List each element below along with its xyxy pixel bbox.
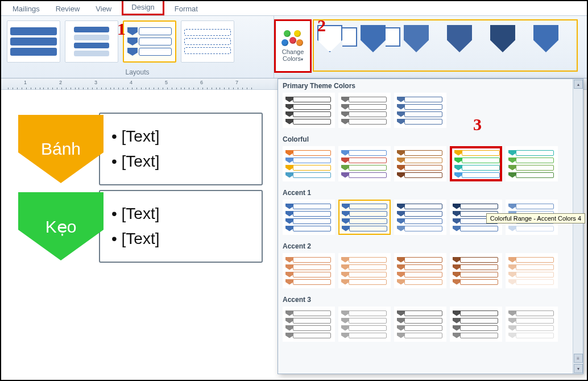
- smartart-styles-gallery: [313, 19, 578, 72]
- smartart-chevron-1[interactable]: Bánh: [18, 115, 103, 183]
- layouts-group: Layouts: [1, 16, 274, 78]
- layouts-gallery: [1, 16, 274, 63]
- color-scheme-option[interactable]: [338, 146, 391, 181]
- color-scheme-option[interactable]: [394, 253, 446, 288]
- tab-review[interactable]: Review: [48, 2, 88, 15]
- style-option[interactable]: [404, 25, 445, 63]
- smartart-graphic[interactable]: Bánh • [Text] • [Text] Kẹo • [Text] • [T…: [18, 113, 263, 263]
- annotation-3: 3: [473, 115, 482, 134]
- ruler-number: 1: [24, 80, 27, 85]
- smartart-textbox-2[interactable]: • [Text] • [Text]: [99, 190, 263, 263]
- color-tooltip: Colorful Range - Accent Colors 4: [486, 213, 585, 223]
- tab-format[interactable]: Format: [167, 2, 206, 15]
- color-scheme-option[interactable]: [338, 93, 391, 128]
- ruler-number: 2: [59, 80, 62, 85]
- color-scheme-option[interactable]: [283, 146, 335, 181]
- color-scheme-option[interactable]: [394, 93, 446, 128]
- color-scheme-option[interactable]: [394, 200, 446, 235]
- change-colors-icon: [281, 29, 304, 48]
- scroll-down-icon[interactable]: ▾: [574, 364, 583, 373]
- layout-option[interactable]: [181, 20, 234, 63]
- bullet-placeholder[interactable]: • [Text]: [111, 201, 250, 226]
- ribbon: Layouts ChangeColors▾: [1, 16, 587, 78]
- ribbon-tab-row: Mailings Review View Design Format: [1, 1, 587, 16]
- smartart-row[interactable]: Bánh • [Text] • [Text]: [18, 113, 263, 185]
- layouts-group-label: Layouts: [1, 68, 274, 76]
- color-scheme-option[interactable]: [394, 307, 446, 342]
- style-option[interactable]: [533, 25, 574, 63]
- bullet-placeholder[interactable]: • [Text]: [111, 149, 250, 174]
- change-colors-label1: Change: [282, 48, 304, 55]
- style-option[interactable]: [361, 25, 401, 63]
- color-scheme-option[interactable]: [283, 253, 335, 288]
- style-option[interactable]: [447, 25, 488, 63]
- color-scheme-option[interactable]: [450, 307, 502, 342]
- color-scheme-option[interactable]: [506, 307, 558, 342]
- color-scheme-option[interactable]: [338, 253, 391, 288]
- style-option[interactable]: [490, 25, 531, 63]
- bullet-placeholder[interactable]: • [Text]: [111, 226, 250, 251]
- section-header-primary: Primary Theme Colors: [278, 79, 583, 92]
- ruler-number: 7: [235, 80, 238, 85]
- ruler-number: 5: [165, 80, 168, 85]
- tab-design[interactable]: Design: [122, 0, 164, 15]
- color-scheme-option[interactable]: [283, 307, 335, 342]
- color-scheme-option[interactable]: [394, 146, 446, 181]
- section-header-colorful: Colorful: [278, 132, 583, 145]
- smartart-textbox-1[interactable]: • [Text] • [Text]: [99, 113, 263, 185]
- bullet-placeholder[interactable]: • [Text]: [111, 124, 250, 149]
- tab-view[interactable]: View: [88, 2, 119, 15]
- color-scheme-option[interactable]: [338, 307, 391, 342]
- annotation-2: 2: [317, 16, 326, 35]
- tab-mailings[interactable]: Mailings: [5, 2, 48, 15]
- color-scheme-option[interactable]: [338, 200, 391, 235]
- ruler-number: 3: [94, 80, 97, 85]
- layout-option-selected[interactable]: [123, 20, 176, 63]
- color-scheme-option[interactable]: [450, 146, 502, 181]
- change-colors-dropdown: ▴ ≡ ▾ Primary Theme Colors Colorful Acce…: [278, 78, 583, 374]
- dropdown-arrow-icon: ▾: [301, 57, 303, 62]
- scroll-grip-icon[interactable]: ≡: [574, 354, 583, 363]
- color-scheme-option[interactable]: [283, 200, 335, 235]
- color-scheme-option[interactable]: [450, 253, 502, 288]
- ruler-number: 4: [130, 80, 132, 85]
- dropdown-scrollbar[interactable]: ▴ ≡ ▾: [573, 79, 583, 374]
- change-colors-label2: Colors: [283, 55, 301, 62]
- smartart-chevron-2[interactable]: Kẹo: [18, 192, 103, 260]
- scroll-up-icon[interactable]: ▴: [574, 80, 583, 89]
- section-header-accent2: Accent 2: [278, 239, 583, 252]
- change-colors-button[interactable]: ChangeColors▾: [274, 19, 312, 73]
- layout-option[interactable]: [65, 20, 118, 63]
- color-scheme-option[interactable]: [283, 93, 335, 128]
- section-header-accent1: Accent 1: [278, 186, 583, 198]
- layout-option[interactable]: [7, 20, 60, 63]
- smartart-row[interactable]: Kẹo • [Text] • [Text]: [18, 190, 263, 263]
- annotation-1: 1: [117, 19, 126, 39]
- section-header-accent3: Accent 3: [278, 293, 583, 305]
- color-scheme-option[interactable]: [506, 253, 558, 288]
- color-scheme-option[interactable]: [506, 146, 558, 181]
- ruler-number: 6: [200, 80, 203, 85]
